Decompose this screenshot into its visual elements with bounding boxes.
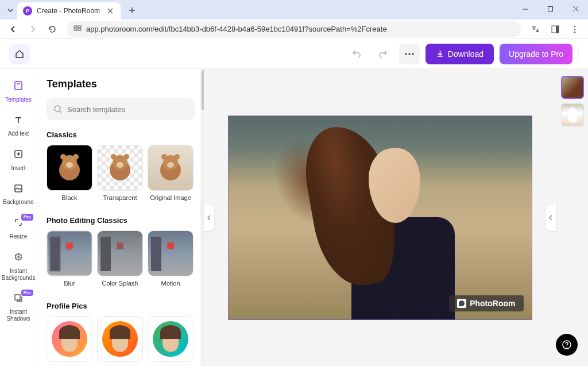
undo-icon [351, 49, 362, 59]
canvas-area[interactable]: PhotoRoom [204, 69, 556, 366]
sidebar-item-templates[interactable]: Templates [0, 75, 37, 109]
template-label: Color Splash [102, 280, 138, 287]
upgrade-label: Upgrade to Pro [509, 49, 563, 59]
redo-button[interactable] [373, 44, 393, 64]
template-label: Motion [161, 280, 180, 287]
search-input[interactable] [67, 105, 188, 114]
panel-collapse-left[interactable] [204, 205, 214, 231]
svg-point-17 [55, 106, 60, 111]
template-label: Black [62, 194, 78, 201]
template-original-image[interactable]: Original Image [148, 145, 194, 201]
canvas-image[interactable]: PhotoRoom [228, 115, 532, 320]
svg-rect-16 [15, 295, 20, 300]
sidebar-item-add-text[interactable]: Add text [0, 109, 37, 144]
search-icon [53, 105, 63, 114]
sidebar-label: Instant Shadows [2, 309, 34, 322]
svg-rect-13 [15, 82, 22, 90]
browser-tab[interactable]: P Create - PhotoRoom [17, 2, 121, 20]
template-blur[interactable]: Blur [47, 230, 92, 287]
download-label: Download [448, 49, 483, 59]
browser-reload-button[interactable] [44, 21, 61, 38]
template-profile-2[interactable] [97, 316, 143, 362]
maximize-icon [547, 6, 554, 12]
svg-rect-1 [74, 26, 77, 28]
download-icon [436, 49, 444, 58]
section-profile-pics-label: Profile Pics [47, 302, 195, 310]
svg-point-10 [405, 53, 407, 55]
svg-point-19 [566, 346, 567, 348]
section-photo-editing-label: Photo Editing Classics [47, 216, 195, 225]
browser-tab-bar: P Create - PhotoRoom [0, 0, 588, 20]
pro-badge: Pro [21, 214, 33, 221]
tab-title: Create - PhotoRoom [37, 7, 100, 15]
window-maximize-button[interactable] [537, 0, 563, 17]
dots-icon [405, 53, 414, 55]
more-options-button[interactable] [399, 44, 420, 64]
window-minimize-button[interactable] [512, 0, 537, 17]
template-profile-3[interactable] [148, 316, 194, 362]
template-motion[interactable]: Motion [148, 230, 194, 287]
panel-icon [551, 25, 560, 34]
translate-button[interactable] [527, 21, 544, 38]
svg-rect-0 [548, 6, 552, 11]
window-close-button[interactable] [563, 0, 588, 17]
layer-thumbnail-1[interactable] [561, 76, 584, 99]
templates-panel: Templates Classics Black Transparent Ori… [37, 69, 204, 366]
svg-rect-4 [78, 29, 81, 30]
svg-rect-2 [78, 26, 81, 28]
translate-icon [531, 25, 540, 34]
template-black[interactable]: Black [47, 145, 92, 201]
panel-title: Templates [47, 78, 195, 90]
template-color-splash[interactable]: Color Splash [97, 230, 143, 287]
site-settings-icon[interactable] [74, 24, 82, 34]
arrow-left-icon [9, 25, 18, 34]
upgrade-button[interactable]: Upgrade to Pro [500, 44, 572, 64]
browser-back-button[interactable] [5, 21, 22, 38]
template-label: Original Image [150, 194, 191, 201]
background-icon [13, 183, 24, 197]
template-transparent[interactable]: Transparent [97, 145, 143, 201]
sidebar-item-resize[interactable]: Pro Resize [0, 211, 37, 246]
download-button[interactable]: Download [425, 44, 494, 64]
browser-forward-button[interactable] [24, 21, 41, 38]
kebab-icon [570, 25, 579, 34]
svg-rect-6 [556, 26, 559, 33]
template-profile-1[interactable] [47, 316, 92, 362]
tab-close-button[interactable] [106, 6, 115, 16]
panel-collapse-right[interactable] [546, 205, 556, 231]
svg-point-7 [574, 25, 576, 27]
undo-button[interactable] [346, 44, 367, 64]
sidebar-item-insert[interactable]: Insert [0, 143, 37, 178]
sidebar-item-instant-shadows[interactable]: Pro Instant Shadows [0, 287, 37, 329]
section-classics-label: Classics [47, 130, 195, 139]
search-templates-box[interactable] [47, 98, 195, 120]
sidebar-label: Resize [10, 233, 28, 240]
svg-point-11 [408, 53, 410, 55]
side-panel-button[interactable] [547, 21, 564, 38]
sidebar-item-background[interactable]: Background [0, 178, 37, 212]
plus-icon [129, 7, 136, 14]
insert-icon [13, 149, 24, 163]
reload-icon [48, 25, 57, 34]
watermark[interactable]: PhotoRoom [449, 295, 523, 311]
sidebar-label: Insert [11, 165, 25, 172]
sidebar-label: Instant Backgrounds [2, 268, 35, 282]
template-label: Transparent [103, 194, 137, 201]
browser-menu-button[interactable] [566, 21, 583, 38]
chevron-left-icon [207, 214, 211, 221]
svg-point-8 [574, 28, 576, 30]
sidebar-label: Background [3, 199, 33, 206]
chevron-left-icon [548, 214, 553, 221]
tab-search-dropdown[interactable] [3, 3, 17, 17]
address-bar[interactable]: app.photoroom.com/edit/fbc14bb3-db6f-442… [67, 21, 521, 37]
redo-icon [378, 49, 388, 59]
new-tab-button[interactable] [124, 2, 140, 18]
home-button[interactable] [9, 44, 30, 64]
app-topbar: Download Upgrade to Pro [0, 39, 588, 69]
sidebar-item-instant-backgrounds[interactable]: Instant Backgrounds [0, 246, 37, 287]
help-icon [562, 340, 572, 350]
instant-bg-icon [13, 252, 24, 265]
url-text: app.photoroom.com/edit/fbc14bb3-db6f-442… [86, 25, 387, 33]
layer-thumbnail-2[interactable] [561, 103, 584, 126]
help-button[interactable] [556, 334, 578, 356]
